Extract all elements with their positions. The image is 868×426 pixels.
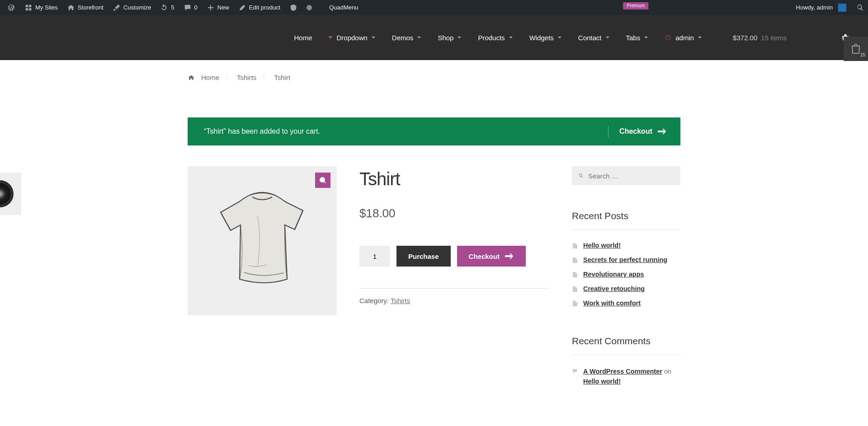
list-item: Hello world!: [572, 238, 680, 253]
cart-total: $372.00: [733, 34, 757, 42]
power-icon: [665, 34, 672, 41]
meta-label: Category:: [359, 297, 391, 304]
premium-badge: Premium: [623, 2, 649, 9]
chevron-down-icon: [557, 35, 562, 40]
nav-dropdown[interactable]: Dropdown: [320, 15, 383, 60]
list-item: Creative retouching: [572, 281, 680, 296]
nav-tabs[interactable]: PremiumTabs: [618, 15, 657, 60]
prev-product-peek[interactable]: [0, 173, 21, 215]
chevron-down-icon: [509, 35, 513, 40]
product-price: $18.00: [359, 206, 549, 220]
list-item: Secrets for perfect running: [572, 253, 680, 267]
wp-admin-bar: My Sites Storefront Customize 5 0 New Ed…: [0, 0, 868, 15]
arrow-right-icon: [658, 129, 667, 134]
nav-products[interactable]: Products: [470, 15, 521, 60]
new-link[interactable]: New: [203, 0, 233, 15]
avatar-icon: [838, 4, 846, 12]
breadcrumb-home[interactable]: Home: [201, 74, 219, 81]
chevron-down-icon: [371, 35, 376, 40]
widget-title: Recent Comments: [572, 336, 680, 355]
breadcrumb-sep: 〉: [263, 74, 268, 81]
tshirt-illustration: [212, 189, 312, 293]
post-link[interactable]: Creative retouching: [583, 285, 645, 292]
circle-status-icon[interactable]: [303, 0, 316, 15]
add-to-cart-form: Purchase Checkout: [359, 246, 549, 267]
my-sites[interactable]: My Sites: [21, 0, 61, 15]
product-title: Tshirt: [359, 169, 549, 189]
chevron-down-icon: [644, 35, 648, 40]
search-box[interactable]: [572, 166, 680, 185]
chevron-down-icon: [698, 35, 702, 40]
product-image[interactable]: [188, 166, 337, 315]
cart-items-count: 15 items: [761, 34, 787, 42]
doc-icon: [572, 243, 578, 248]
nav-demos[interactable]: Demos: [384, 15, 430, 60]
quantity-input[interactable]: [359, 246, 390, 267]
doc-icon: [572, 300, 578, 306]
dropdown-arrow-icon: [328, 33, 333, 42]
post-link[interactable]: Work with comfort: [583, 300, 641, 307]
disc-icon: [0, 180, 14, 207]
floating-cart-button[interactable]: 15: [844, 37, 868, 61]
site-name[interactable]: Storefront: [63, 0, 107, 15]
howdy-account[interactable]: Howdy, admin: [793, 0, 850, 15]
yoast-link[interactable]: [286, 0, 301, 15]
breadcrumb-category[interactable]: Tshirts: [237, 74, 256, 81]
zoom-button[interactable]: [315, 173, 330, 188]
product-summary: Tshirt $18.00 Purchase Checkout Category…: [359, 166, 549, 390]
customize-link[interactable]: Customize: [109, 0, 155, 15]
notice-checkout-link[interactable]: Checkout: [619, 127, 667, 136]
breadcrumb: Home 〉 Tshirts 〉 Tshirt: [188, 60, 680, 86]
breadcrumb-current: Tshirt: [274, 74, 290, 81]
post-link[interactable]: Revolutionary apps: [583, 271, 644, 278]
bag-icon: [850, 43, 861, 54]
comment-on-text: on: [662, 368, 671, 375]
doc-icon: [572, 286, 578, 292]
floating-cart-badge: 15: [860, 52, 865, 57]
quadmenu-link[interactable]: QuadMenu: [326, 0, 362, 15]
widget-title: Recent Posts: [572, 211, 680, 230]
chevron-down-icon: [417, 35, 421, 40]
comment-author-link[interactable]: A WordPress Commenter: [583, 368, 662, 375]
recent-comments-widget: Recent Comments A WordPress Commenter on…: [572, 336, 680, 390]
nav-home[interactable]: Home: [286, 15, 320, 60]
comments-link[interactable]: 0: [180, 0, 201, 15]
search-icon: [578, 172, 584, 179]
nav-contact[interactable]: Contact: [570, 15, 618, 60]
nav-admin[interactable]: admin: [656, 15, 710, 60]
recent-posts-widget: Recent Posts Hello world! Secrets for pe…: [572, 211, 680, 310]
list-item: Work with comfort: [572, 296, 680, 310]
checkout-button[interactable]: Checkout: [457, 246, 526, 267]
nav-shop[interactable]: Shop: [429, 15, 470, 60]
comment-icon: [572, 368, 578, 374]
main-nav: Home Dropdown Demos Shop Products Widget…: [0, 15, 868, 60]
wp-logo[interactable]: [4, 0, 19, 15]
post-link[interactable]: Hello world!: [583, 242, 621, 249]
notice-message: “Tshirt” has been added to your cart.: [204, 127, 320, 136]
comment-post-link[interactable]: Hello world!: [583, 378, 621, 385]
zoom-icon: [319, 177, 326, 184]
purchase-button[interactable]: Purchase: [396, 246, 451, 267]
nav-widgets[interactable]: Widgets: [521, 15, 570, 60]
edit-product-link[interactable]: Edit product: [235, 0, 284, 15]
doc-icon: [572, 272, 578, 277]
post-link[interactable]: Secrets for perfect running: [583, 256, 667, 263]
product-meta: Category: Tshirts: [359, 288, 549, 304]
cart-summary[interactable]: $372.00 15 items: [733, 34, 787, 42]
doc-icon: [572, 257, 578, 263]
admin-search-icon[interactable]: [856, 4, 864, 12]
arrow-right-icon: [505, 253, 514, 259]
home-icon: [188, 74, 195, 81]
updates-link[interactable]: 5: [156, 0, 178, 15]
meta-category-link[interactable]: Tshirts: [391, 297, 410, 304]
sidebar: Recent Posts Hello world! Secrets for pe…: [572, 166, 680, 390]
list-item: A WordPress Commenter on Hello world!: [572, 363, 680, 390]
chevron-down-icon: [605, 35, 610, 40]
notice-divider: [608, 126, 609, 137]
cart-notice: “Tshirt” has been added to your cart. Ch…: [188, 117, 680, 145]
search-input[interactable]: [588, 172, 674, 180]
list-item: Revolutionary apps: [572, 267, 680, 281]
chevron-down-icon: [457, 35, 462, 40]
breadcrumb-sep: 〉: [226, 74, 231, 81]
